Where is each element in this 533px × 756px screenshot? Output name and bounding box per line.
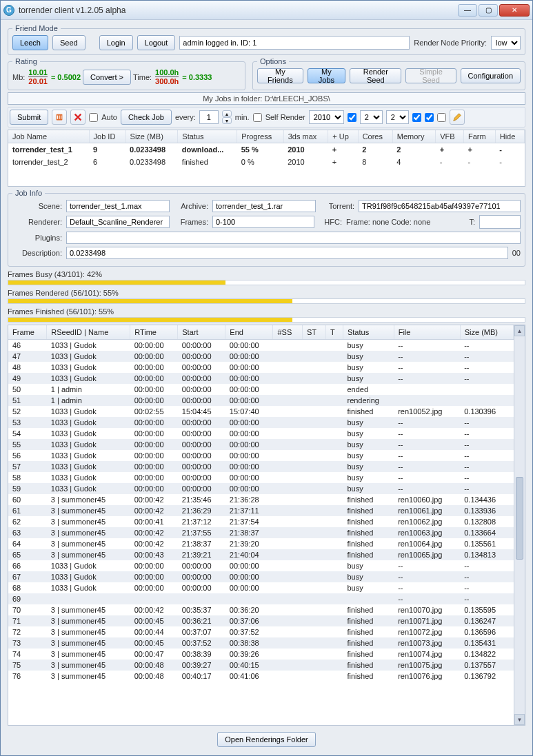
my-jobs-button[interactable]: My Jobs — [308, 68, 346, 83]
convert-button[interactable]: Convert > — [83, 70, 131, 85]
scroll-thumb[interactable] — [516, 477, 523, 560]
maximize-button[interactable]: ▢ — [479, 4, 498, 17]
frame-row[interactable]: 763 | summoner4500:00:4800:40:1700:41:06… — [8, 671, 514, 682]
frame-row[interactable]: 511 | admin00:00:0000:00:0000:00:00rende… — [8, 395, 514, 406]
frames-col[interactable]: ST — [303, 325, 326, 340]
login-button[interactable]: Login — [99, 35, 133, 50]
scroll-up-icon[interactable]: ▲ — [514, 325, 525, 336]
description-field[interactable] — [66, 247, 508, 259]
frame-row[interactable]: 733 | summoner4500:00:4500:37:5200:38:38… — [8, 637, 514, 648]
vfb-checkbox[interactable] — [412, 113, 421, 122]
renderer-field[interactable] — [66, 216, 170, 228]
edit-icon[interactable] — [450, 110, 465, 125]
jobs-col[interactable]: VFB — [436, 130, 464, 143]
frame-row[interactable]: 531033 | Gudok00:00:0000:00:0000:00:00bu… — [8, 417, 514, 428]
frame-row[interactable]: 461033 | Gudok00:00:0000:00:0000:00:00bu… — [8, 340, 514, 351]
frames-col[interactable]: Status — [343, 325, 394, 340]
delete-icon[interactable] — [70, 110, 86, 125]
frame-row[interactable]: 613 | summoner4500:00:4221:36:2921:37:11… — [8, 505, 514, 516]
frames-col[interactable]: End — [225, 325, 273, 340]
configuration-button[interactable]: Configuration — [461, 68, 521, 83]
torrent-field[interactable] — [359, 200, 521, 212]
titlebar[interactable]: G torrender client v1.2.05 alpha — ▢ ✕ — [1, 1, 532, 20]
frames-table[interactable]: FrameRSeedID | NameRTimeStartEnd#SSSTTSt… — [8, 325, 525, 726]
frame-row[interactable]: 723 | summoner4500:00:4400:37:0700:37:52… — [8, 626, 514, 637]
frame-row[interactable]: 571033 | Gudok00:00:0000:00:0000:00:00bu… — [8, 461, 514, 472]
frame-row[interactable]: 603 | summoner4500:00:4221:35:4621:36:28… — [8, 494, 514, 505]
frame-row[interactable]: 623 | summoner4500:00:4121:37:1221:37:54… — [8, 516, 514, 527]
frame-row[interactable]: 671033 | Gudok00:00:0000:00:0000:00:00bu… — [8, 571, 514, 582]
mem-select[interactable]: 2 — [386, 110, 409, 124]
frame-row[interactable]: 653 | summoner4500:00:4321:39:2121:40:04… — [8, 549, 514, 560]
frame-row[interactable]: 703 | summoner4500:00:4200:35:3700:36:20… — [8, 604, 514, 615]
my-friends-button[interactable]: My Friends — [257, 68, 303, 83]
archive-field[interactable] — [212, 200, 316, 212]
jobs-col[interactable]: Memory — [392, 130, 435, 143]
scroll-down-icon[interactable]: ▼ — [514, 714, 525, 725]
jobs-col[interactable]: Cores — [358, 130, 392, 143]
frames-scrollbar[interactable]: ▲ ▼ — [514, 325, 525, 725]
jobs-col[interactable]: Size (MB) — [125, 130, 178, 143]
submit-button[interactable]: Submit — [10, 110, 48, 125]
year-select[interactable]: 2010 — [309, 110, 344, 124]
frame-row[interactable]: 591033 | Gudok00:00:0000:00:0000:00:00bu… — [8, 483, 514, 494]
frame-row[interactable]: 561033 | Gudok00:00:0000:00:0000:00:00bu… — [8, 450, 514, 461]
frames-col[interactable]: RSeedID | Name — [47, 325, 130, 340]
frame-row[interactable]: 491033 | Gudok00:00:0000:00:0000:00:00bu… — [8, 373, 514, 384]
frame-row[interactable]: 551033 | Gudok00:00:0000:00:0000:00:00bu… — [8, 439, 514, 450]
jobs-col[interactable]: Hide — [495, 130, 524, 143]
hide-checkbox[interactable] — [437, 113, 446, 122]
auto-checkbox[interactable] — [89, 113, 98, 122]
jobs-col[interactable]: Job Name — [8, 130, 89, 143]
frames-field[interactable] — [212, 216, 314, 228]
job-row[interactable]: torrender_test_260.0233498finished0 %201… — [8, 156, 525, 168]
open-renderings-button[interactable]: Open Renderings Folder — [217, 732, 315, 747]
frame-row[interactable]: 743 | summoner4500:00:4700:38:3900:39:26… — [8, 648, 514, 660]
farm-checkbox[interactable] — [425, 113, 434, 122]
cores-select[interactable]: 2 — [360, 110, 383, 124]
spin-up-icon[interactable]: ▲ — [222, 110, 232, 117]
check-job-button[interactable]: Check Job — [121, 110, 172, 125]
jobs-col[interactable]: 3ds max — [283, 130, 328, 143]
frames-col[interactable]: Frame — [8, 325, 47, 340]
frames-col[interactable]: Size (MB) — [460, 325, 513, 340]
frame-row[interactable]: 643 | summoner4500:00:4221:38:3721:39:20… — [8, 538, 514, 549]
render-seed-button[interactable]: Render Seed — [350, 68, 401, 83]
self-render-checkbox[interactable] — [253, 113, 262, 122]
jobs-col[interactable]: Progress — [237, 130, 284, 143]
job-row[interactable]: torrender_test_190.0233498download...55 … — [8, 143, 525, 156]
frames-col[interactable]: File — [394, 325, 460, 340]
up-checkbox[interactable] — [348, 113, 356, 122]
scene-field[interactable] — [66, 200, 170, 212]
frame-row[interactable]: 681033 | Gudok00:00:0000:00:0000:00:00bu… — [8, 582, 514, 593]
frame-row[interactable]: 501 | admin00:00:0000:00:0000:00:00ended — [8, 384, 514, 395]
t-field[interactable] — [479, 215, 521, 229]
frame-row[interactable]: 753 | summoner4500:00:4800:39:2700:40:15… — [8, 660, 514, 671]
logout-button[interactable]: Logout — [137, 35, 176, 50]
jobs-col[interactable]: + Up — [328, 130, 358, 143]
leech-button[interactable]: Leech — [12, 35, 48, 50]
frames-col[interactable]: T — [326, 325, 343, 340]
frame-row[interactable]: 69---- — [8, 593, 514, 604]
jobs-col[interactable]: Job ID — [89, 130, 125, 143]
frame-row[interactable]: 633 | summoner4500:00:4221:37:5521:38:37… — [8, 527, 514, 538]
plugins-field[interactable] — [66, 232, 521, 244]
jobs-table[interactable]: Job NameJob IDSize (MB)StatusProgress3ds… — [8, 130, 525, 187]
frame-row[interactable]: 541033 | Gudok00:00:0000:00:0000:00:00bu… — [8, 428, 514, 439]
close-button[interactable]: ✕ — [499, 4, 530, 17]
frames-col[interactable]: #SS — [273, 325, 303, 340]
frame-row[interactable]: 661033 | Gudok00:00:0000:00:0000:00:00bu… — [8, 560, 514, 571]
frame-row[interactable]: 581033 | Gudok00:00:0000:00:0000:00:00bu… — [8, 472, 514, 483]
stop-icon[interactable] — [52, 110, 67, 125]
frame-row[interactable]: 713 | summoner4500:00:4500:36:2100:37:06… — [8, 615, 514, 626]
frames-col[interactable]: RTime — [130, 325, 178, 340]
minimize-button[interactable]: — — [458, 4, 477, 17]
priority-select[interactable]: low — [491, 36, 521, 50]
frame-row[interactable]: 521033 | Gudok00:02:5515:04:4515:07:40fi… — [8, 406, 514, 417]
jobs-col[interactable]: Farm — [463, 130, 495, 143]
every-input[interactable] — [199, 110, 219, 124]
seed-button[interactable]: Seed — [52, 35, 86, 50]
frames-col[interactable]: Start — [178, 325, 225, 340]
jobs-col[interactable]: Status — [178, 130, 237, 143]
spin-down-icon[interactable]: ▼ — [222, 117, 232, 124]
